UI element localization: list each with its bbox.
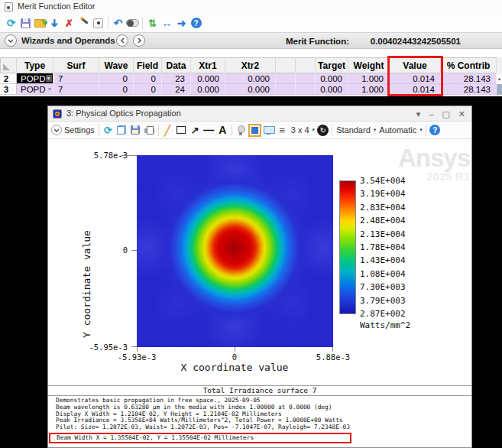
draw-dash-icon[interactable]: — — [202, 123, 215, 138]
automatic-dropdown-icon[interactable]: ▾ — [419, 127, 423, 133]
table-scrollbar[interactable]: ▲ — [497, 57, 502, 96]
dropdown-arrow-icon[interactable]: ▾ — [48, 86, 51, 93]
draw-rectangle-icon[interactable] — [175, 123, 188, 138]
layers-icon[interactable]: ≡ — [276, 123, 289, 138]
draw-arrow-icon[interactable]: ↗ — [189, 123, 202, 138]
empty-cell[interactable] — [276, 73, 296, 84]
header-weight[interactable]: Weight — [348, 57, 390, 73]
pop-window-controls: ▾ – ▢ ✕ — [416, 106, 465, 122]
grid-layout-dropdown-icon[interactable]: ▾ — [313, 127, 316, 133]
undo-icon[interactable]: ↶ — [111, 15, 125, 31]
target-cell[interactable]: 0.000 — [316, 73, 348, 84]
header-wave[interactable]: Wave — [99, 57, 134, 73]
weight-cell[interactable]: 1.000 — [348, 73, 390, 84]
dropdown-arrow-icon[interactable]: ▾ — [46, 75, 52, 82]
row-number[interactable]: 2 — [0, 73, 17, 84]
field-cell[interactable]: 0 — [134, 73, 162, 84]
next-button[interactable] — [133, 34, 145, 47]
delete-x-icon[interactable]: ✗ — [62, 15, 76, 31]
target-cell[interactable]: 0.000 — [316, 84, 348, 95]
settings-button[interactable]: Settings — [63, 125, 96, 135]
wizards-and-operands-label[interactable]: Wizards and Operands — [21, 36, 115, 45]
weight-cell[interactable]: 1.000 — [348, 84, 390, 95]
header-data[interactable]: Data — [162, 57, 191, 73]
wave-cell[interactable]: 0 — [99, 84, 134, 95]
grid-layout-button[interactable]: 3 x 4 — [290, 125, 311, 135]
empty-cell[interactable] — [276, 84, 296, 95]
automatic-dropdown[interactable]: Automatic — [377, 125, 418, 135]
header-xtr1[interactable]: Xtr1 — [191, 57, 225, 73]
x-tick-left: -5.93e-3 — [106, 352, 167, 362]
colorbar-tick: 2.87E+002 — [360, 309, 406, 319]
header-target[interactable]: Target — [316, 57, 348, 73]
fit-window-icon[interactable] — [248, 123, 261, 138]
x-tickmark — [137, 347, 138, 352]
header-type[interactable]: Type — [17, 57, 53, 73]
data-cell[interactable]: 23 — [162, 73, 191, 84]
maximize-icon[interactable]: ▢ — [442, 109, 449, 119]
type-cell[interactable]: POPD▾ — [17, 84, 53, 95]
standard-dropdown[interactable]: Standard — [335, 125, 372, 135]
pin-icon[interactable]: ▾ — [416, 109, 421, 119]
settings-chevron-icon[interactable] — [51, 125, 62, 135]
xtr2-cell[interactable]: 0.000 — [225, 84, 276, 95]
copy-window-icon[interactable] — [262, 123, 275, 138]
save-icon[interactable] — [129, 123, 142, 138]
x-tick-mid: 0 — [204, 352, 265, 362]
header-field[interactable]: Field — [134, 57, 162, 73]
standard-dropdown-icon[interactable]: ▾ — [374, 127, 377, 133]
field-cell[interactable]: 0 — [134, 84, 162, 95]
go-right-icon[interactable]: ➜ — [174, 15, 189, 31]
empty-cell[interactable] — [296, 84, 316, 95]
contrib-cell[interactable]: 28.143 — [441, 84, 497, 95]
print-icon[interactable] — [143, 123, 156, 138]
row-number[interactable]: 3 — [0, 84, 17, 95]
header-corner[interactable] — [0, 57, 17, 73]
contrib-cell[interactable]: 28.143 — [441, 73, 497, 84]
insert-down-icon[interactable]: ➜ — [47, 16, 63, 31]
xtr2-cell[interactable]: 0.000 — [225, 73, 276, 84]
toolbar-separator — [158, 125, 159, 136]
data-cell[interactable]: 24 — [162, 84, 191, 95]
lock-icon[interactable] — [235, 123, 248, 138]
save-icon[interactable] — [18, 15, 33, 31]
header-empty2[interactable] — [296, 57, 316, 73]
scroll-up-icon[interactable]: ▲ — [497, 74, 502, 84]
header-surf[interactable]: Surf — [53, 57, 99, 73]
collapse-chevron-button[interactable] — [5, 34, 17, 47]
header-empty1[interactable] — [276, 57, 296, 73]
watermark-line2: 2025 R1 — [389, 170, 470, 183]
type-cell[interactable]: POPD▾ — [17, 73, 53, 84]
refresh-icon[interactable]: ⟳ — [4, 15, 18, 31]
toggle-icon[interactable] — [125, 15, 140, 31]
scroll-thumb[interactable] — [497, 84, 502, 95]
wave-cell[interactable]: 0 — [99, 73, 134, 84]
open-folder-icon[interactable] — [33, 15, 47, 31]
colorbar-tick: 7.30E+003 — [360, 282, 406, 292]
mfe-titlebar: Merit Function Editor — [0, 0, 502, 14]
watermark-line1: Ansys — [389, 145, 470, 170]
minimize-icon[interactable]: – — [429, 109, 433, 118]
refresh-icon[interactable]: ⟳ — [102, 123, 115, 138]
xtr1-cell[interactable]: 0.000 — [191, 73, 225, 84]
prev-button[interactable] — [116, 34, 128, 47]
colorbar-tick: 2.48E+004 — [360, 216, 406, 226]
empty-cell[interactable] — [296, 73, 316, 84]
swap-rows-icon[interactable]: ⇅ — [145, 15, 160, 31]
header-contrib[interactable]: % Contrib — [441, 57, 497, 73]
reset-view-icon[interactable]: ↻ — [316, 123, 329, 138]
xtr1-cell[interactable]: 0.000 — [191, 84, 225, 95]
text-annotation-icon[interactable]: A — [216, 123, 229, 138]
wizard-wand-icon[interactable] — [76, 15, 91, 31]
surf-cell[interactable]: 7 — [53, 73, 99, 84]
left-right-icon[interactable]: ↔ — [160, 15, 174, 31]
close-icon[interactable]: ✕ — [458, 109, 465, 119]
colorbar-tick: 1.78E+004 — [360, 242, 406, 252]
help-icon[interactable]: ? — [189, 15, 203, 31]
header-xtr2[interactable]: Xtr2 — [225, 57, 276, 73]
draw-line-icon[interactable]: ╱ — [161, 123, 174, 138]
copy-icon[interactable] — [115, 123, 128, 138]
surf-cell[interactable]: 7 — [53, 84, 99, 95]
dot-button-icon[interactable] — [91, 15, 105, 31]
help-icon[interactable]: ? — [429, 123, 442, 138]
